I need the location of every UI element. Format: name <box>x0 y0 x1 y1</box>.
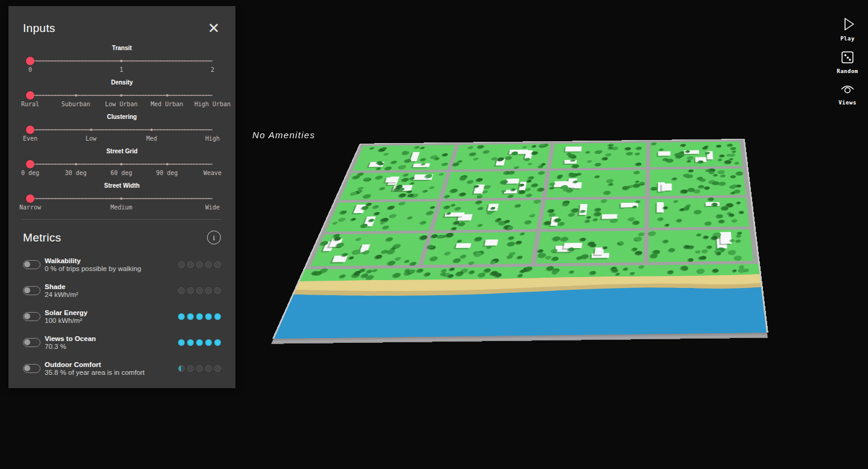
slider-tick-mark <box>150 129 153 131</box>
metric-label: Solar Energy <box>45 309 88 316</box>
rating-dot-full <box>178 313 185 320</box>
slider-street-grid: Street Grid0 deg30 deg60 deg90 degWeave <box>23 148 221 177</box>
city-map <box>272 139 768 339</box>
views-button[interactable]: Views <box>838 82 857 106</box>
slider-tick-label: Low Urban <box>105 101 138 107</box>
views-label: Views <box>838 100 857 106</box>
metric-row-solar-energy: Solar Energy100 kWh/m² <box>23 304 221 330</box>
metric-row-outdoor-comfort: Outdoor Comfort35.8 % of year area is in… <box>23 356 221 381</box>
play-button[interactable]: Play <box>840 16 855 42</box>
slider-label: Street Width <box>23 182 221 190</box>
section-divider <box>22 219 222 220</box>
rating-dot-empty <box>214 287 221 294</box>
slider-street-width: Street WidthNarrowMediumWide <box>23 182 221 212</box>
slider-tick-label: 60 deg <box>110 170 132 176</box>
shade-toggle[interactable] <box>23 286 40 295</box>
slider-label: Street Grid <box>23 148 221 155</box>
slider-tick-mark <box>166 163 168 165</box>
slider-tick-mark <box>75 94 77 97</box>
metric-row-views-to-ocean: Views to Ocean70.3 % <box>23 330 221 356</box>
rating-dot-empty <box>196 365 203 372</box>
shade-rating <box>178 287 221 294</box>
rating-dot-full <box>214 313 221 320</box>
action-toolbar: Play Random Views <box>832 16 863 106</box>
slider-thumb[interactable] <box>26 91 34 100</box>
rating-dot-empty <box>187 287 194 294</box>
views-to-ocean-rating <box>178 339 221 346</box>
metric-label: Shade <box>45 283 78 290</box>
toggle-knob <box>24 261 30 267</box>
rating-dot-full <box>187 339 194 346</box>
slider-tick-label: Medium <box>110 204 132 211</box>
slider-tick-label: Med Urban <box>150 101 183 107</box>
slider-track[interactable] <box>30 129 212 130</box>
eye-icon <box>839 82 856 97</box>
metric-row-walkability: Walkability0 % of trips possible by walk… <box>23 252 221 278</box>
slider-tick-mark <box>120 94 123 97</box>
rating-dot-half <box>178 365 185 372</box>
rating-dot-empty <box>178 287 185 294</box>
slider-thumb[interactable] <box>26 194 34 203</box>
metric-detail: 100 kWh/m² <box>45 317 88 324</box>
slider-label: Density <box>23 79 221 86</box>
slider-tick-mark <box>120 60 123 62</box>
rating-dot-full <box>205 339 212 346</box>
random-button[interactable]: Random <box>837 49 858 74</box>
metric-detail: 0 % of trips possible by walking <box>45 265 141 272</box>
scene-annotation: No Amenities <box>252 130 315 140</box>
rating-dot-full <box>205 313 212 320</box>
slider-thumb[interactable] <box>26 160 34 168</box>
rating-dot-empty <box>205 287 212 294</box>
rating-dot-empty <box>187 365 194 372</box>
rating-dot-empty <box>187 261 194 268</box>
slider-label: Clustering <box>23 113 221 121</box>
toggle-knob <box>24 365 30 371</box>
rating-dot-empty <box>196 287 203 294</box>
outdoor-comfort-rating <box>178 365 221 372</box>
slider-tick-label: 0 deg <box>21 170 39 176</box>
slider-tick-mark <box>166 94 168 97</box>
slider-tick-label: 2 <box>211 66 214 73</box>
slider-tick-label: 90 deg <box>156 170 177 176</box>
metric-label: Walkability <box>45 257 141 264</box>
walkability-toggle[interactable] <box>23 260 40 269</box>
slider-tick-label: Wide <box>205 204 220 211</box>
city-model[interactable] <box>272 0 829 339</box>
rating-dot-full <box>196 313 203 320</box>
metric-detail: 24 kWh/m² <box>45 291 78 298</box>
solar-energy-toggle[interactable] <box>23 312 40 321</box>
slider-thumb[interactable] <box>26 57 34 65</box>
slider-tick-label: 0 <box>28 66 32 73</box>
metric-label: Outdoor Comfort <box>45 361 145 368</box>
slider-density: DensityRuralSuburbanLow UrbanMed UrbanHi… <box>23 79 221 109</box>
views-to-ocean-toggle[interactable] <box>23 338 40 347</box>
dice-icon <box>840 49 855 65</box>
metric-label: Views to Ocean <box>45 335 96 342</box>
metrics-title: Metrics <box>23 231 61 244</box>
rating-dot-empty <box>214 261 221 268</box>
slider-tick-label: Rural <box>21 101 39 107</box>
slider-tick-mark <box>120 197 123 200</box>
metric-detail: 35.8 % of year area is in comfort <box>45 369 145 376</box>
slider-transit: Transit012 <box>23 45 221 74</box>
slider-thumb[interactable] <box>26 126 34 134</box>
rating-dot-empty <box>196 261 203 268</box>
rating-dot-full <box>178 339 185 346</box>
slider-tick-label: Med <box>146 135 157 142</box>
slider-tick-mark <box>75 163 77 165</box>
metric-detail: 70.3 % <box>45 343 96 350</box>
slider-label: Transit <box>23 45 221 52</box>
walkability-rating <box>178 261 221 268</box>
close-icon[interactable]: ✕ <box>206 22 221 34</box>
slider-tick-label: Narrow <box>19 204 41 211</box>
slider-clustering: ClusteringEvenLowMedHigh <box>23 113 221 143</box>
slider-tick-label: Even <box>23 135 37 142</box>
metrics-section: Walkability0 % of trips possible by walk… <box>23 252 221 381</box>
sliders-section: Transit012DensityRuralSuburbanLow UrbanM… <box>23 45 221 212</box>
rating-dot-empty <box>214 365 221 372</box>
toggle-knob <box>24 339 30 345</box>
rating-dot-empty <box>178 261 185 268</box>
info-icon[interactable]: i <box>207 231 221 244</box>
play-icon <box>840 16 855 33</box>
outdoor-comfort-toggle[interactable] <box>23 364 40 373</box>
